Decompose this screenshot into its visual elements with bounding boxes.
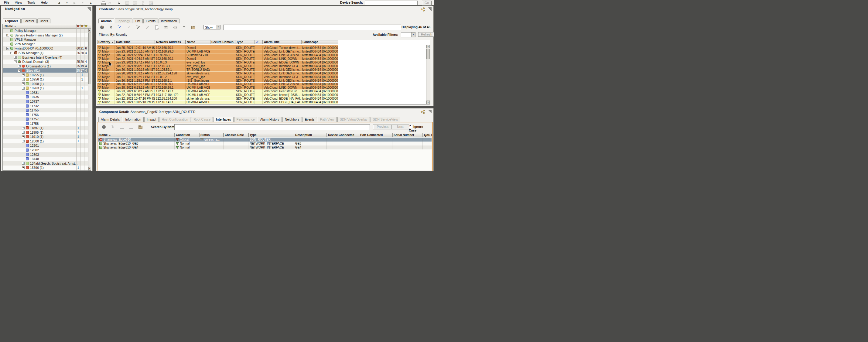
tree-item[interactable]: 12802 xyxy=(3,148,91,153)
tree-item[interactable]: 10735 xyxy=(3,95,91,99)
alarm-row[interactable]: MajorJun 22, 2021 9:20:16 PM IST172.16.3… xyxy=(97,64,338,68)
column-header-name[interactable]: Name▲ xyxy=(98,133,175,137)
tab-explorer[interactable]: Explorer xyxy=(3,19,21,23)
email-icon[interactable] xyxy=(164,26,168,29)
alarm-row[interactable]: MajorJun 28, 2021 6:31:15 AM IST172.168.… xyxy=(97,83,338,86)
tree-item[interactable]: +Business Intent Overlays (4) xyxy=(3,55,91,60)
scroll-up-icon[interactable]: ▲ xyxy=(426,45,430,48)
alarm-row[interactable]: MajorJun 26, 2021 1:15:17 PM IST192.168.… xyxy=(97,79,338,83)
alarm-row[interactable]: MajorJun 20, 2021 3:53:17 AM IST212.55.2… xyxy=(97,72,338,75)
alarms-scrollbar[interactable]: ▲ ▼ xyxy=(426,45,430,104)
tree-item[interactable]: 11756 xyxy=(3,113,91,117)
tab-alarm-details[interactable]: Alarm Details xyxy=(98,117,122,122)
topology-icon[interactable] xyxy=(117,1,121,5)
alarm-clock-icon[interactable] xyxy=(173,26,177,29)
column-header-serial-number[interactable]: Serial Number xyxy=(393,133,423,137)
checkbox-checked-icon[interactable] xyxy=(409,125,412,128)
column-header-status[interactable]: Status xyxy=(199,133,223,137)
tab-alarm-history[interactable]: Alarm History xyxy=(258,117,282,122)
scrollbar-thumb[interactable] xyxy=(426,49,430,59)
tree-item[interactable]: +10256 (1)1 xyxy=(3,77,91,82)
collapse-icon[interactable]: − xyxy=(10,52,13,54)
tree-item[interactable]: VPN Manager xyxy=(3,42,91,46)
tree-item[interactable]: +12000 (1)1 xyxy=(3,139,91,144)
alarm-row[interactable]: MajorJun 24, 2021 5:39:46 PM IST10.96.96… xyxy=(97,54,338,57)
tab-impact[interactable]: Impact xyxy=(144,117,159,122)
print-icon[interactable] xyxy=(101,1,105,5)
expand-icon[interactable]: + xyxy=(22,82,25,85)
filter-funnel-icon[interactable] xyxy=(182,26,186,29)
alarm-row[interactable]: MajorJun 26, 2021 1:20:16 AM IST10.105.5… xyxy=(97,68,338,72)
wrench-add-icon[interactable] xyxy=(136,26,141,29)
expand-icon[interactable]: + xyxy=(22,73,25,76)
tree-item[interactable]: 10631 xyxy=(3,91,91,95)
tree-item[interactable]: +10258 (1) xyxy=(3,82,91,86)
column-header-Type[interactable]: Type xyxy=(235,40,255,44)
scroll-up-icon[interactable]: ▲ xyxy=(88,28,91,32)
alarm-row[interactable]: MajorJun 25, 2021 12:01:16 AM IST192.168… xyxy=(97,46,338,50)
alarm-row[interactable]: MinorJun 22, 2021 10:47:16 PM IST212.55.… xyxy=(97,97,338,100)
back-arrow-icon[interactable] xyxy=(57,1,62,5)
chevron-down-icon[interactable]: ▼ xyxy=(411,32,415,37)
tree-item[interactable]: +134afd.Gesch. Spuistraat, Amst... xyxy=(3,161,91,165)
separator-icon[interactable] xyxy=(97,1,97,5)
interface-row[interactable]: Shanavas_Edge510Criticalunreacha...SDN_R… xyxy=(98,137,432,142)
menu-item-view[interactable]: View xyxy=(12,0,25,5)
alarm-row[interactable]: MajorJun 21, 2021 9:22:17 PM IST10.0.0.2… xyxy=(97,75,338,79)
available-filters-dropdown[interactable]: ▼ xyxy=(401,32,415,37)
tree-name-column-header[interactable]: Name xyxy=(5,25,13,28)
column-header-Name[interactable]: Name xyxy=(186,40,210,44)
alarm-row[interactable]: MajorJun 23, 2021 3:27:17 PM IST10.0.0.3… xyxy=(97,61,338,64)
column-header-Severity[interactable]: Severity▲ xyxy=(97,40,115,44)
tab-alarms[interactable]: Alarms xyxy=(98,19,114,23)
tree-item[interactable]: −Sites (81)25174 xyxy=(3,68,91,73)
collapse-icon[interactable]: − xyxy=(18,69,21,72)
info-icon[interactable] xyxy=(102,125,106,129)
interface-row[interactable]: Shanavas_Edge510_GE3NormalNETWORK_INTERF… xyxy=(98,142,432,146)
tree-item[interactable]: +11910 (1)1 xyxy=(3,134,91,139)
expand-icon[interactable]: + xyxy=(6,34,9,36)
share-icon[interactable] xyxy=(421,110,425,114)
tree-item[interactable]: 12803 xyxy=(3,152,91,157)
tab-users[interactable]: Users xyxy=(37,19,51,23)
column-header-Alarm Title[interactable]: Alarm Title xyxy=(263,40,301,44)
open-folder-icon[interactable] xyxy=(138,125,143,129)
alarm-row[interactable]: MinorJun 19, 2021 10:05:18 PM IST172.16.… xyxy=(97,100,338,104)
alarm-row[interactable]: MajorJun 23, 2021 2:51:16 AM IST172.168.… xyxy=(97,50,338,54)
interface-row[interactable]: Shanavas_Edge510_GE4NormalNETWORK_INTERF… xyxy=(98,146,432,149)
expand-icon[interactable]: + xyxy=(18,65,21,67)
device-search-input[interactable] xyxy=(365,1,417,5)
up-arrow-icon[interactable] xyxy=(89,1,93,5)
column-header-type[interactable]: Type xyxy=(248,133,294,137)
show-dropdown[interactable]: Show▼ xyxy=(204,25,220,29)
tree-item[interactable]: +11905 (1)1 xyxy=(3,130,91,135)
tree-item[interactable]: +13796 (1)1 xyxy=(3,165,91,170)
column-header-Date/Time[interactable]: Date/Time xyxy=(115,40,155,44)
share-icon[interactable] xyxy=(421,7,425,11)
open-folder-icon[interactable] xyxy=(191,26,195,29)
chevron-down-icon[interactable]: ▼ xyxy=(216,25,220,29)
column-header-Network Address[interactable]: Network Address xyxy=(155,40,186,44)
tree-item[interactable]: 13448 xyxy=(3,157,91,161)
expand-icon[interactable]: + xyxy=(22,135,25,138)
alarm-row[interactable]: MajorJun 28, 2021 6:33:13 AM IST172.168.… xyxy=(97,86,338,90)
tree-item[interactable]: +10255 (1)1 xyxy=(3,72,91,77)
expand-icon[interactable]: + xyxy=(22,87,25,90)
column-header-qos-po[interactable]: QoS Po xyxy=(423,133,432,137)
tree-item[interactable]: 11755 xyxy=(3,108,91,113)
tree-item[interactable]: Policy Manager xyxy=(3,29,91,33)
tree-item[interactable]: +Service Performance Manager (2) xyxy=(3,33,91,38)
alarm-row[interactable]: MajorJun 22, 2021 4:04:17 AM IST192.168.… xyxy=(97,57,338,61)
tree-list-icon[interactable] xyxy=(120,125,124,129)
column-header-port-connected[interactable]: Port Connected xyxy=(359,133,393,137)
panel-splitter[interactable] xyxy=(96,106,433,108)
back-caret-icon[interactable] xyxy=(65,1,69,5)
tab-events[interactable]: Events xyxy=(303,117,317,122)
tree-header[interactable]: Name▲ xyxy=(3,24,91,29)
collapse-icon[interactable]: − xyxy=(14,60,17,63)
expand-icon[interactable]: + xyxy=(22,127,25,129)
tab-information[interactable]: Information xyxy=(123,117,144,122)
column-header-acknowledged[interactable]: ✔ xyxy=(255,40,263,44)
list-icon[interactable] xyxy=(129,125,133,129)
tree-item[interactable]: −SDN Manager (4)26204 xyxy=(3,51,91,55)
